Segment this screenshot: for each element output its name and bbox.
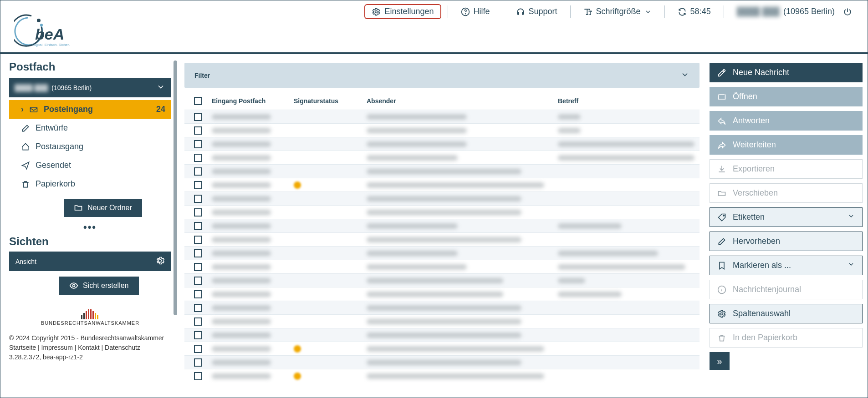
row-checkbox[interactable] [194, 372, 202, 380]
row-checkbox[interactable] [194, 222, 202, 230]
info-icon [717, 285, 726, 294]
row-checkbox[interactable] [194, 236, 202, 244]
folder-postausgang[interactable]: Postausgang [9, 137, 171, 156]
open-button[interactable]: Öffnen [710, 87, 863, 106]
table-row[interactable] [184, 273, 700, 287]
select-all-checkbox[interactable] [194, 97, 202, 105]
row-checkbox[interactable] [194, 181, 202, 189]
logout-button[interactable] [841, 5, 858, 19]
folder-posteingang[interactable]: › Posteingang 24 [9, 100, 171, 119]
col-betreff[interactable]: Betreff [558, 97, 700, 105]
row-checkbox[interactable] [194, 331, 202, 339]
user-suffix: (10965 Berlin) [783, 7, 835, 16]
more-actions-button[interactable]: » [710, 352, 730, 370]
journal-button[interactable]: Nachrichtenjournal [710, 280, 863, 299]
help-button[interactable]: Hilfe [454, 4, 496, 19]
export-button[interactable]: Exportieren [710, 159, 863, 179]
session-timer[interactable]: 58:45 [671, 4, 717, 19]
table-row[interactable] [184, 205, 700, 219]
table-row[interactable] [184, 260, 700, 273]
row-checkbox[interactable] [194, 317, 202, 326]
row-checkbox[interactable] [194, 126, 202, 135]
folder-gesendet[interactable]: Gesendet [9, 156, 171, 175]
row-checkbox[interactable] [194, 113, 202, 121]
table-row[interactable] [184, 369, 700, 383]
open-label: Öffnen [733, 92, 757, 101]
table-row[interactable] [184, 246, 700, 260]
row-checkbox[interactable] [194, 167, 202, 176]
new-message-button[interactable]: Neue Nachricht [710, 63, 863, 82]
table-row[interactable] [184, 110, 700, 123]
folder-open-icon [717, 189, 726, 198]
table-row[interactable] [184, 219, 700, 232]
trash-button[interactable]: In den Papierkorb [710, 328, 863, 348]
scrollbar[interactable] [174, 60, 177, 343]
help-icon [461, 7, 470, 16]
new-folder-button[interactable]: Neuer Ordner [64, 199, 142, 217]
folder-label: Entwürfe [36, 123, 68, 133]
row-checkbox[interactable] [194, 249, 202, 257]
forward-button[interactable]: Weiterleiten [710, 135, 863, 155]
table-row[interactable] [184, 287, 700, 301]
folder-icon [74, 203, 83, 212]
settings-button[interactable]: Einstellungen [364, 4, 441, 19]
reply-button[interactable]: Antworten [710, 111, 863, 131]
mailbox-selector[interactable]: ████ ███ (10965 Berlin) [9, 78, 171, 97]
row-checkbox[interactable] [194, 304, 202, 312]
brak-logo: BUNDESRECHTSANWALTSKAMMER [9, 308, 171, 328]
table-row[interactable] [184, 328, 700, 342]
settings-label: Einstellungen [384, 7, 434, 16]
svg-point-4 [375, 10, 378, 13]
row-checkbox[interactable] [194, 140, 202, 148]
filter-bar[interactable]: Filter [184, 63, 700, 88]
row-checkbox[interactable] [194, 277, 202, 285]
text-size-icon [583, 7, 592, 16]
table-row[interactable] [184, 355, 700, 369]
table-row[interactable] [184, 191, 700, 205]
col-eingang[interactable]: Eingang Postfach [212, 97, 294, 105]
row-checkbox[interactable] [194, 290, 202, 298]
ansicht-label: Ansicht [15, 258, 36, 265]
svg-rect-7 [31, 107, 37, 112]
table-row[interactable] [184, 151, 700, 164]
postfach-title: Postfach [9, 60, 171, 73]
create-view-button[interactable]: Sicht erstellen [59, 277, 139, 295]
footer-links[interactable]: Startseite | Impressum | Kontakt | Daten… [9, 343, 171, 353]
row-checkbox[interactable] [194, 195, 202, 203]
ansicht-bar[interactable]: Ansicht [9, 252, 171, 271]
col-sig[interactable]: Signaturstatus [294, 97, 367, 105]
svg-rect-16 [97, 315, 98, 319]
folder-papierkorb[interactable]: Papierkorb [9, 175, 171, 193]
edit-icon [21, 124, 30, 133]
row-checkbox[interactable] [194, 345, 202, 353]
row-checkbox[interactable] [194, 154, 202, 162]
move-button[interactable]: Verschieben [710, 183, 863, 203]
table-row[interactable] [184, 314, 700, 328]
move-label: Verschieben [733, 188, 778, 198]
table-row[interactable] [184, 164, 700, 178]
table-row[interactable] [184, 232, 700, 246]
row-checkbox[interactable] [194, 208, 202, 217]
logo: beA Digital. Einfach. Sicher. [14, 0, 78, 51]
table-row[interactable] [184, 301, 700, 314]
row-checkbox[interactable] [194, 358, 202, 367]
markas-button[interactable]: Markieren als ... [710, 256, 863, 275]
signature-status-dot [294, 373, 301, 380]
caret-right-icon: › [21, 105, 24, 114]
columns-button[interactable]: Spaltenauswahl [710, 304, 863, 323]
gear-icon [372, 7, 381, 16]
folder-entwuerfe[interactable]: Entwürfe [9, 119, 171, 137]
highlight-button[interactable]: Hervorheben [710, 232, 863, 251]
new-folder-label: Neuer Ordner [87, 204, 132, 212]
support-button[interactable]: Support [510, 4, 564, 19]
fontsize-button[interactable]: Schriftgröße [577, 4, 658, 19]
more-dots[interactable]: ••• [9, 222, 171, 233]
table-row[interactable] [184, 342, 700, 355]
table-row[interactable] [184, 123, 700, 137]
svg-rect-11 [86, 311, 87, 319]
col-absender[interactable]: Absender [367, 97, 558, 105]
labels-button[interactable]: Etiketten [710, 207, 863, 227]
table-row[interactable] [184, 137, 700, 151]
row-checkbox[interactable] [194, 263, 202, 271]
table-row[interactable] [184, 178, 700, 191]
